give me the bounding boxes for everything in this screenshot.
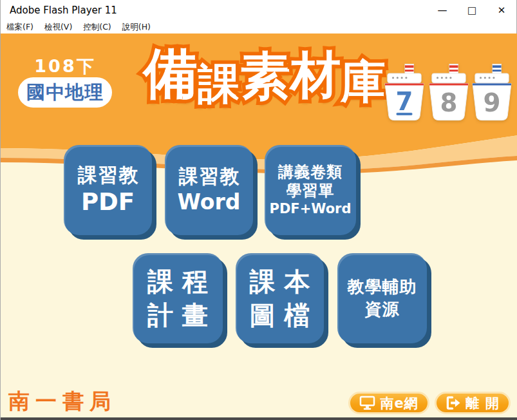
grade9-boat-icon[interactable]: 9 — [472, 64, 512, 122]
menu-item-file[interactable]: 檔案(F) — [6, 22, 33, 33]
handouts-worksheets-button[interactable]: 講義卷類 學習單 PDF+Word — [265, 145, 356, 235]
app-title-char: 材材 — [290, 42, 341, 110]
subject-badge: 國中地理 — [18, 77, 112, 108]
grade7-boat-icon[interactable]: 7 — [384, 64, 424, 122]
tile-label-line: 資源 — [365, 301, 400, 318]
tile-label-line: 講義卷類 — [278, 164, 343, 180]
grade8-boat-icon[interactable]: 8 — [429, 64, 469, 122]
flash-content-stage: 108下 國中地理 備備課課素素材材庫庫 7 8 — [1, 33, 517, 417]
exit-label: 離 開 — [465, 394, 499, 412]
edition-label: 108下 — [20, 55, 110, 78]
tile-label-line: Word — [178, 191, 241, 214]
menu-item-help[interactable]: 說明(H) — [122, 22, 151, 33]
menu-item-control[interactable]: 控制(C) — [83, 22, 111, 33]
app-title-char: 素素 — [240, 43, 290, 111]
textbook-workbook-word-button[interactable]: 課習教 Word — [165, 145, 253, 235]
app-title-char: 備備 — [144, 37, 198, 111]
nan-e-web-button[interactable]: 南e網 — [348, 392, 429, 414]
tile-label-line: 學習單 — [287, 183, 335, 199]
window-title: Adobe Flash Player 11 — [10, 5, 117, 16]
menu-item-view[interactable]: 檢視(V) — [44, 22, 72, 33]
tile-label-line: 計畫 — [138, 301, 217, 329]
nani-books-logo: 南一書局 — [8, 387, 117, 416]
subject-badge-label: 國中地理 — [26, 80, 104, 106]
textbook-workbook-pdf-button[interactable]: 課習教 PDF — [64, 145, 152, 235]
app-title: 備備課課素素材材庫庫 — [136, 37, 393, 111]
menu-bar: 檔案(F) 檢視(V) 控制(C) 說明(H) — [1, 21, 516, 33]
exit-icon — [446, 396, 461, 410]
minimize-button[interactable]: — — [428, 0, 457, 21]
exit-button[interactable]: 離 開 — [435, 392, 511, 414]
tile-label-line: 教學輔助 — [348, 278, 417, 296]
app-title-char: 課課 — [198, 55, 240, 113]
tile-label-line: 課習教 — [77, 165, 140, 186]
svg-text:9: 9 — [484, 88, 501, 117]
window-bottom-edge — [1, 417, 517, 420]
tile-label-line: 課習教 — [178, 166, 241, 187]
app-title-char: 庫庫 — [341, 52, 386, 113]
svg-text:8: 8 — [440, 88, 458, 117]
tile-label-line: 課程 — [138, 268, 217, 295]
monitor-icon — [359, 396, 375, 410]
svg-text:7: 7 — [396, 87, 413, 116]
tile-label-line: PDF — [81, 190, 135, 215]
close-button[interactable]: ✕ — [487, 0, 516, 21]
tile-label-line: PDF+Word — [270, 202, 352, 216]
window-titlebar: Adobe Flash Player 11 — □ ✕ — [1, 0, 516, 21]
tile-label-line: 課本 — [241, 268, 319, 295]
textbook-images-button[interactable]: 課本 圖檔 — [236, 253, 324, 343]
tile-label-line: 圖檔 — [241, 301, 319, 329]
window-controls: — □ ✕ — [428, 0, 516, 21]
maximize-button[interactable]: □ — [457, 0, 487, 21]
adobe-flash-player-window: Adobe Flash Player 11 — □ ✕ 檔案(F) 檢視(V) … — [0, 0, 517, 420]
nan-e-web-label: 南e網 — [380, 394, 418, 412]
teaching-aids-button[interactable]: 教學輔助 資源 — [337, 253, 427, 343]
curriculum-plan-button[interactable]: 課程 計畫 — [133, 253, 223, 343]
